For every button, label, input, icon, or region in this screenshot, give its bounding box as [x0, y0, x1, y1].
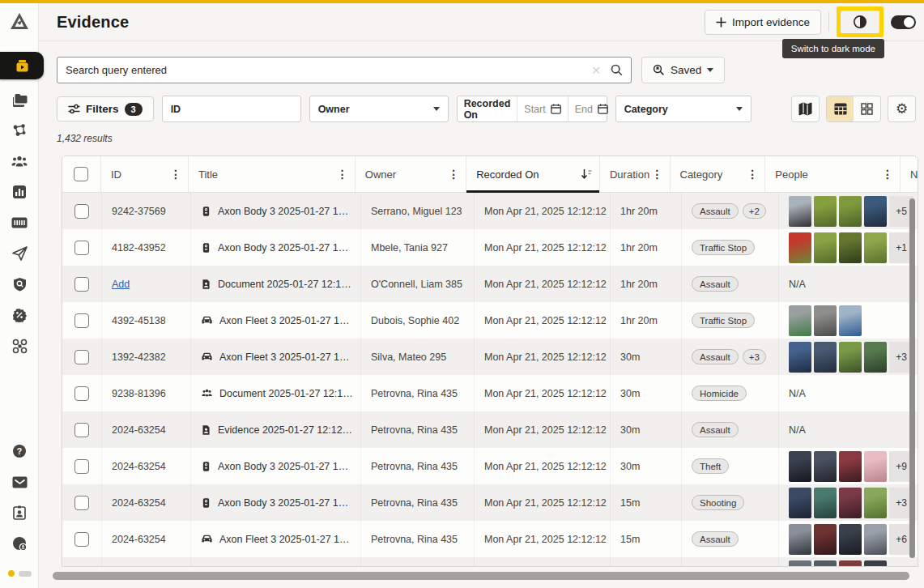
sort-descending-icon[interactable] — [581, 168, 593, 180]
sidebar-item-evidence[interactable] — [0, 52, 44, 79]
table-row[interactable]: 4392-45138 Axon Fleet 3 2025-01-27 12:12… — [62, 302, 918, 339]
search-icon[interactable] — [611, 64, 623, 76]
column-header-people[interactable]: People⋮ — [764, 156, 900, 192]
filters-button[interactable]: Filters 3 — [57, 96, 154, 121]
row-checkbox[interactable] — [75, 313, 89, 328]
owner-filter-select[interactable]: Owner — [309, 96, 449, 122]
person-thumbnail[interactable] — [814, 451, 837, 482]
table-row[interactable]: Add Document 2025-01-27 12:12:12 O'Conne… — [62, 266, 918, 302]
table-row[interactable]: 1392-42382 Axon Fleet 3 2025-01-27 12:12… — [62, 339, 918, 375]
column-header-owner[interactable]: Owner⋮ — [355, 156, 466, 192]
person-thumbnail[interactable] — [789, 342, 811, 373]
sidebar-item-network[interactable] — [0, 115, 39, 146]
column-menu-icon[interactable]: ⋮ — [652, 168, 663, 181]
import-evidence-button[interactable]: Import evidence — [705, 10, 821, 35]
column-menu-icon[interactable]: ⋮ — [337, 168, 348, 181]
person-thumbnail[interactable] — [789, 451, 811, 482]
sidebar-item-people[interactable] — [0, 146, 39, 177]
person-thumbnail[interactable] — [814, 196, 837, 227]
category-filter-select[interactable]: Category — [615, 96, 752, 122]
id-filter-field[interactable]: ID — [162, 96, 301, 122]
column-header-duration[interactable]: Duration⋮ — [599, 156, 670, 192]
person-thumbnail[interactable] — [839, 451, 862, 482]
person-thumbnail[interactable] — [839, 488, 862, 518]
column-header-id[interactable]: ID⋮ — [100, 156, 188, 192]
sidebar-item-drone[interactable] — [0, 330, 39, 361]
table-row[interactable]: 4182-43952 Axon Body 3 2025-01-27 12:12:… — [62, 229, 918, 266]
table-row[interactable]: 2024-63254 Axon Fleet 3 2025-01-27 12:12… — [62, 557, 918, 567]
table-row[interactable]: 9238-81396 Document 2025-01-27 12:12:12 … — [62, 375, 918, 411]
person-thumbnail[interactable] — [864, 342, 887, 373]
table-row[interactable]: 2024-63254 Axon Fleet 3 2025-01-27 12:12… — [62, 521, 918, 557]
table-view-button[interactable] — [827, 96, 854, 121]
saved-searches-button[interactable]: Saved — [641, 57, 725, 83]
person-thumbnail[interactable] — [839, 232, 862, 263]
row-checkbox[interactable] — [75, 241, 89, 255]
person-thumbnail[interactable] — [814, 488, 837, 518]
sidebar-item-scan[interactable] — [0, 207, 39, 238]
person-thumbnail[interactable] — [789, 488, 811, 518]
person-thumbnail[interactable] — [814, 560, 837, 568]
sidebar-item-cases[interactable] — [0, 84, 39, 115]
person-thumbnail[interactable] — [789, 524, 811, 555]
grid-view-button[interactable] — [854, 96, 880, 121]
person-thumbnail[interactable] — [789, 560, 811, 568]
search-box[interactable]: ✕ — [57, 57, 632, 83]
sidebar-item-id-badge[interactable] — [0, 497, 39, 528]
row-checkbox[interactable] — [75, 459, 89, 474]
row-checkbox[interactable] — [75, 386, 89, 401]
sidebar-item-profile[interactable] — [0, 528, 39, 559]
table-row[interactable]: 2024-63254 Axon Body 3 2025-01-27 12:12:… — [62, 448, 918, 484]
horizontal-scrollbar[interactable] — [53, 572, 909, 580]
person-thumbnail[interactable] — [864, 451, 887, 482]
clear-search-icon[interactable]: ✕ — [591, 64, 601, 77]
person-thumbnail[interactable] — [814, 524, 837, 555]
person-thumbnail[interactable] — [814, 305, 837, 336]
person-thumbnail[interactable] — [864, 488, 887, 518]
feature-toggle[interactable] — [891, 15, 916, 29]
person-thumbnail[interactable] — [864, 196, 887, 227]
sidebar-item-redaction[interactable] — [0, 300, 39, 330]
person-thumbnail[interactable] — [839, 560, 862, 568]
row-checkbox[interactable] — [75, 496, 89, 510]
row-checkbox[interactable] — [75, 204, 89, 219]
map-view-button[interactable] — [791, 96, 820, 122]
person-thumbnail[interactable] — [789, 232, 811, 263]
search-input[interactable] — [66, 64, 591, 76]
person-thumbnail[interactable] — [789, 305, 811, 336]
table-row[interactable]: 9242-37569 Axon Body 3 2025-01-27 12:12:… — [62, 193, 918, 229]
sidebar-item-messages[interactable] — [0, 467, 39, 497]
row-checkbox[interactable] — [75, 277, 89, 292]
person-thumbnail[interactable] — [814, 232, 837, 263]
table-row[interactable]: 2024-63254 Evidence 2025-01-27 12:12:12 … — [62, 411, 918, 448]
person-thumbnail[interactable] — [864, 232, 887, 263]
table-settings-button[interactable]: ⚙ — [888, 96, 916, 122]
sidebar-item-dispatch[interactable] — [0, 238, 39, 269]
row-checkbox[interactable] — [75, 532, 89, 547]
person-thumbnail[interactable] — [839, 524, 862, 555]
table-row[interactable]: 2024-63254 Axon Body 3 2025-01-27 12:12:… — [62, 484, 918, 521]
column-menu-icon[interactable]: ⋮ — [448, 168, 459, 181]
sidebar-item-analytics[interactable] — [0, 177, 39, 207]
column-menu-icon[interactable]: ⋮ — [170, 168, 181, 181]
person-thumbnail[interactable] — [839, 196, 862, 227]
person-thumbnail[interactable] — [864, 560, 887, 568]
column-header-category[interactable]: Category⋮ — [670, 156, 765, 192]
column-menu-icon[interactable]: ⋮ — [747, 168, 758, 181]
sidebar-item-help[interactable]: ? — [0, 436, 39, 467]
id-filter-input[interactable] — [187, 104, 317, 115]
select-all-checkbox[interactable] — [74, 167, 88, 181]
column-header-recorded-on[interactable]: Recorded On — [466, 156, 599, 192]
vertical-scrollbar[interactable] — [909, 198, 915, 558]
add-id-link[interactable]: Add — [112, 279, 130, 290]
column-menu-icon[interactable]: ⋮ — [882, 168, 893, 181]
person-thumbnail[interactable] — [789, 196, 811, 227]
person-thumbnail[interactable] — [814, 342, 837, 373]
dark-mode-button[interactable] — [841, 11, 879, 33]
sidebar-item-investigate[interactable] — [0, 269, 39, 300]
recorded-start-date[interactable]: Start — [517, 96, 567, 121]
person-thumbnail[interactable] — [864, 524, 887, 555]
person-thumbnail[interactable] — [839, 305, 862, 336]
person-thumbnail[interactable] — [839, 342, 862, 373]
row-checkbox[interactable] — [75, 350, 89, 364]
